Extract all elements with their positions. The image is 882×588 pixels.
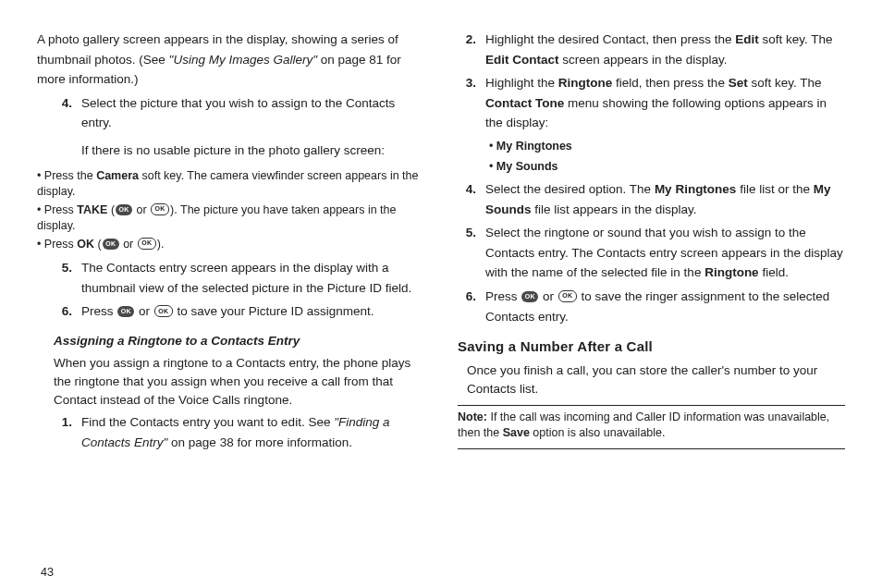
option-my-sounds: • My Sounds — [489, 157, 845, 176]
bold: OK — [77, 238, 94, 251]
step-number: 5. — [458, 223, 476, 283]
ok-key-icon — [521, 291, 538, 302]
text: field. — [759, 265, 789, 279]
text: file list or the — [736, 182, 813, 196]
save-intro: Once you finish a call, you can store th… — [467, 361, 845, 398]
text: Select the picture that you wish to assi… — [81, 96, 395, 130]
step-number: 2. — [458, 30, 476, 69]
bold: Ringtone — [704, 265, 759, 279]
bold: Save — [503, 426, 530, 439]
text: Press — [485, 289, 521, 303]
manual-page: A photo gallery screen appears in the di… — [0, 0, 882, 588]
text: or — [120, 238, 137, 251]
bold: Ringtone — [558, 76, 613, 90]
text: Press — [44, 203, 77, 216]
ok-key-outline-icon — [151, 203, 169, 215]
ringtone-step-5: 5. Select the ringtone or sound that you… — [458, 223, 845, 283]
reference-italic: "Using My Images Gallery" — [169, 53, 317, 67]
divider — [458, 405, 845, 406]
bullet-ok: • Press OK ( or ). — [37, 237, 424, 253]
bullet-take: • Press TAKE ( or ). The picture you hav… — [37, 202, 424, 235]
text: Press — [81, 304, 116, 318]
bold: TAKE — [77, 203, 107, 216]
step-body: Press or to save the ringer assignment t… — [485, 287, 845, 326]
bold: Set — [729, 76, 748, 90]
ringtone-step-4: 4. Select the desired option. The My Rin… — [458, 179, 845, 219]
ringtone-step-6: 6. Press or to save the ringer assignmen… — [458, 287, 845, 326]
note-block: Note: If the call was incoming and Calle… — [458, 410, 845, 441]
ok-key-icon — [117, 306, 134, 317]
step-number: 1. — [54, 412, 72, 452]
step-body: Find the Contacts entry you want to edit… — [81, 412, 424, 452]
text: option is also unavailable. — [530, 426, 666, 439]
ringtone-step-1: 1. Find the Contacts entry you want to e… — [54, 412, 424, 452]
step-4: 4. Select the picture that you wish to a… — [54, 93, 424, 165]
text: or — [135, 304, 153, 318]
left-column: A photo gallery screen appears in the di… — [37, 26, 424, 562]
gallery-intro-paragraph: A photo gallery screen appears in the di… — [37, 30, 424, 90]
step-body: The Contacts entry screen appears in the… — [81, 258, 424, 298]
ok-key-outline-icon — [138, 238, 156, 250]
text: ( — [94, 238, 102, 251]
step-body: Highlight the Ringtone field, then press… — [485, 73, 845, 133]
text: Select the desired option. The — [485, 182, 655, 196]
text: soft key. The — [759, 32, 833, 46]
step-number: 3. — [458, 73, 476, 133]
text: Find the Contacts entry you want to edit… — [81, 415, 334, 429]
step-number: 6. — [458, 287, 476, 326]
text: Press the — [44, 169, 96, 182]
text: Press — [44, 238, 77, 251]
text: Highlight the — [485, 76, 558, 90]
bold: Edit — [735, 32, 759, 46]
step-note: If there is no usable picture in the pho… — [81, 141, 424, 161]
bold: Edit Contact — [485, 53, 559, 67]
text: soft key. The — [748, 76, 822, 90]
step-body: Press or to save your Picture ID assignm… — [81, 301, 424, 322]
ringtone-step-2: 2. Highlight the desired Contact, then p… — [458, 30, 845, 69]
text: Highlight the desired Contact, then pres… — [485, 32, 735, 46]
ringtone-intro: When you assign a ringtone to a Contacts… — [54, 354, 424, 409]
step-6: 6. Press or to save your Picture ID assi… — [54, 301, 424, 322]
page-number: 43 — [41, 566, 845, 579]
step-body: Select the ringtone or sound that you wi… — [485, 223, 845, 283]
bold: Contact Tone — [485, 96, 564, 110]
step-number: 4. — [458, 179, 476, 219]
ok-key-icon — [116, 204, 132, 215]
heading-saving-number: Saving a Number After a Call — [458, 336, 845, 358]
text: Select the ringtone or sound that you wi… — [485, 226, 843, 279]
bold: My Sounds — [496, 160, 558, 173]
text: or — [133, 203, 150, 216]
ok-key-outline-icon — [154, 305, 173, 317]
bold: My Ringtones — [496, 140, 572, 153]
text: field, then press the — [612, 76, 728, 90]
two-column-layout: A photo gallery screen appears in the di… — [37, 26, 845, 562]
heading-assign-ringtone: Assigning a Ringtone to a Contacts Entry — [54, 331, 424, 351]
step-body: Select the picture that you wish to assi… — [81, 93, 424, 165]
divider — [458, 448, 845, 449]
option-my-ringtones: • My Ringtones — [489, 137, 845, 155]
step-body: Highlight the desired Contact, then pres… — [485, 30, 845, 69]
ringtone-step-3: 3. Highlight the Ringtone field, then pr… — [458, 73, 845, 133]
step-body: Select the desired option. The My Ringto… — [485, 179, 845, 219]
text: on page 38 for more information. — [167, 435, 352, 449]
step-number: 4. — [54, 93, 72, 165]
text: screen appears in the display. — [559, 53, 728, 67]
ok-key-outline-icon — [558, 290, 577, 302]
text: file list appears in the display. — [532, 202, 697, 216]
bold: My Ringtones — [655, 182, 737, 196]
bold: Camera — [96, 169, 139, 182]
text: ( — [107, 203, 115, 216]
text: or — [539, 289, 557, 303]
step-number: 5. — [54, 258, 72, 298]
right-column: 2. Highlight the desired Contact, then p… — [458, 26, 845, 562]
bullet-camera: • Press the Camera soft key. The camera … — [37, 168, 424, 201]
text: ). — [157, 238, 165, 251]
note-label: Note: — [458, 410, 487, 423]
text: to save your Picture ID assignment. — [174, 304, 374, 318]
step-5: 5. The Contacts entry screen appears in … — [54, 258, 424, 298]
ok-key-icon — [103, 239, 119, 250]
step-number: 6. — [54, 301, 72, 322]
